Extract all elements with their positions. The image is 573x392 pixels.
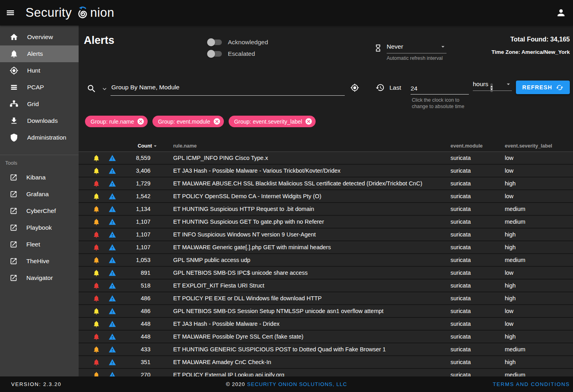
group-filter-chip[interactable]: Group: event.severity_label <box>229 116 316 127</box>
sidebar-tool-grafana[interactable]: Grafana <box>0 186 79 203</box>
severity-bell-icon[interactable] <box>93 282 100 290</box>
group-filter-chip-label: Group: rule.name <box>91 118 134 125</box>
history-clock-icon[interactable] <box>375 83 385 92</box>
alert-count: 1,134 <box>120 206 150 212</box>
severity-bell-icon[interactable] <box>93 333 100 341</box>
chevron-down-icon[interactable] <box>101 85 108 93</box>
table-row[interactable]: 433 ET HUNTING GENERIC SUSPICIOUS POST t… <box>79 343 573 356</box>
sidebar-tool-navigator[interactable]: Navigator <box>0 270 79 286</box>
escalated-switch[interactable] <box>208 51 222 57</box>
terms-link[interactable]: TERMS AND CONDITIONS <box>493 381 570 387</box>
refresh-button[interactable]: REFRESH <box>516 81 570 94</box>
severity-bell-icon[interactable] <box>93 231 100 238</box>
table-row[interactable]: 270 ET POLICY External IP Lookup api.ipi… <box>79 369 573 376</box>
severity-bell-icon[interactable] <box>93 320 100 328</box>
table-row[interactable]: 3,406 ET JA3 Hash - Possible Malware - V… <box>79 165 573 177</box>
alert-info-triangle-icon[interactable] <box>109 231 116 238</box>
severity-bell-icon[interactable] <box>93 167 100 175</box>
alert-info-triangle-icon[interactable] <box>109 180 116 187</box>
sidebar-item-pcap[interactable]: PCAP <box>0 79 79 96</box>
close-circle-icon[interactable] <box>137 118 144 125</box>
escalated-toggle[interactable]: Escalated <box>208 48 268 59</box>
alert-info-triangle-icon[interactable] <box>109 205 116 213</box>
severity-bell-icon[interactable] <box>93 193 100 200</box>
alert-info-triangle-icon[interactable] <box>109 244 116 251</box>
severity-bell-icon[interactable] <box>93 295 100 302</box>
sidebar-item-label: PCAP <box>27 84 44 91</box>
sidebar-item-overview[interactable]: Overview <box>0 29 79 45</box>
refresh-interval-value: Never <box>387 43 403 50</box>
table-row[interactable]: 486 ET POLICY PE EXE or DLL Windows file… <box>79 292 573 305</box>
column-header-event-module[interactable]: event.module <box>450 143 505 149</box>
alert-info-triangle-icon[interactable] <box>109 307 116 315</box>
close-circle-icon[interactable] <box>213 118 221 125</box>
company-link[interactable]: SECURITY ONION SOLUTIONS, LLC <box>247 381 347 387</box>
column-header-severity-label[interactable]: event.severity_label <box>505 143 573 149</box>
alert-info-triangle-icon[interactable] <box>109 333 116 341</box>
table-row[interactable]: 891 GPL NETBIOS SMB-DS IPC$ unicode shar… <box>79 267 573 280</box>
column-header-rule-name[interactable]: rule.name <box>173 143 450 149</box>
table-row[interactable]: 1,107 ET INFO Suspicious Windows NT vers… <box>79 229 573 241</box>
sidebar-item-grid[interactable]: Grid <box>0 96 79 112</box>
table-row[interactable]: 351 ET MALWARE Amadey CnC Check-In suric… <box>79 356 573 369</box>
column-header-count[interactable]: Count <box>120 143 150 149</box>
alert-info-triangle-icon[interactable] <box>109 295 116 302</box>
alert-info-triangle-icon[interactable] <box>109 282 116 290</box>
sidebar-item-administration[interactable]: Administration <box>0 129 79 146</box>
sidebar-tool-cyberchef[interactable]: CyberChef <box>0 203 79 219</box>
alert-info-triangle-icon[interactable] <box>109 371 116 377</box>
table-row[interactable]: 518 ET EXPLOIT_KIT Fiesta URI Struct sur… <box>79 280 573 292</box>
sort-desc-icon[interactable] <box>152 143 158 149</box>
table-row[interactable]: 1,134 ET HUNTING Suspicious HTTP Request… <box>79 203 573 216</box>
sidebar-tool-playbook[interactable]: Playbook <box>0 219 79 236</box>
sidebar-item-icon <box>10 33 18 41</box>
severity-bell-icon[interactable] <box>93 154 100 162</box>
table-row[interactable]: 1,107 ET MALWARE Generic gate[.].php GET… <box>79 241 573 254</box>
table-row[interactable]: 448 ET JA3 Hash - Possible Malware - Dri… <box>79 318 573 331</box>
sidebar-item-alerts[interactable]: Alerts <box>0 45 79 62</box>
sidebar-item-hunt[interactable]: Hunt <box>0 62 79 79</box>
severity-bell-icon[interactable] <box>93 244 100 251</box>
acknowledged-switch[interactable] <box>208 39 222 45</box>
refresh-interval-select[interactable]: Never <box>387 43 447 53</box>
sidebar-item-downloads[interactable]: Downloads <box>0 112 79 129</box>
severity-bell-icon[interactable] <box>93 256 100 264</box>
severity-bell-icon[interactable] <box>93 371 100 377</box>
alert-info-triangle-icon[interactable] <box>109 154 116 162</box>
severity-bell-icon[interactable] <box>93 307 100 315</box>
table-row[interactable]: 8,559 GPL ICMP_INFO PING Cisco Type.x su… <box>79 152 573 165</box>
table-row[interactable]: 486 GPL NETBIOS SMB-DS Session Setup NTM… <box>79 305 573 318</box>
sidebar-tool-kibana[interactable]: Kibana <box>0 169 79 186</box>
sidebar-tool-thehive[interactable]: TheHive <box>0 253 79 270</box>
severity-bell-icon[interactable] <box>93 180 100 187</box>
group-filter-chip[interactable]: Group: event.module <box>152 116 224 127</box>
hamburger-menu-button[interactable] <box>1 3 20 22</box>
search-input[interactable] <box>111 81 345 96</box>
table-row[interactable]: 448 ET MALWARE Possible Dyre SSL Cert (f… <box>79 331 573 343</box>
severity-bell-icon[interactable] <box>93 269 100 277</box>
alert-info-triangle-icon[interactable] <box>109 346 116 353</box>
alert-info-triangle-icon[interactable] <box>109 218 116 226</box>
search-icon[interactable] <box>87 84 97 94</box>
alert-info-triangle-icon[interactable] <box>109 359 116 366</box>
alert-info-triangle-icon[interactable] <box>109 320 116 328</box>
severity-bell-icon[interactable] <box>93 205 100 213</box>
severity-bell-icon[interactable] <box>93 346 100 353</box>
table-row[interactable]: 1,107 ET HUNTING Suspicious GET To gate.… <box>79 216 573 229</box>
crosshairs-target-icon[interactable] <box>350 83 359 92</box>
table-row[interactable]: 1,053 GPL SNMP public access udp suricat… <box>79 254 573 267</box>
group-filter-chip[interactable]: Group: rule.name <box>85 116 148 127</box>
acknowledged-toggle[interactable]: Acknowledged <box>208 36 268 48</box>
close-circle-icon[interactable] <box>305 118 312 125</box>
alert-info-triangle-icon[interactable] <box>109 167 116 175</box>
table-row[interactable]: 1,542 ET POLICY OpenSSL Demo CA - Intern… <box>79 190 573 203</box>
sidebar-tool-fleet[interactable]: Fleet <box>0 236 79 253</box>
table-row[interactable]: 1,729 ET MALWARE ABUSE.CH SSL Blacklist … <box>79 177 573 190</box>
alert-info-triangle-icon[interactable] <box>109 256 116 264</box>
alert-info-triangle-icon[interactable] <box>109 269 116 277</box>
severity-bell-icon[interactable] <box>93 218 100 226</box>
user-menu-button[interactable] <box>552 4 570 22</box>
severity-bell-icon[interactable] <box>93 359 100 366</box>
time-unit-select[interactable]: hours <box>473 81 512 91</box>
alert-info-triangle-icon[interactable] <box>109 193 116 200</box>
